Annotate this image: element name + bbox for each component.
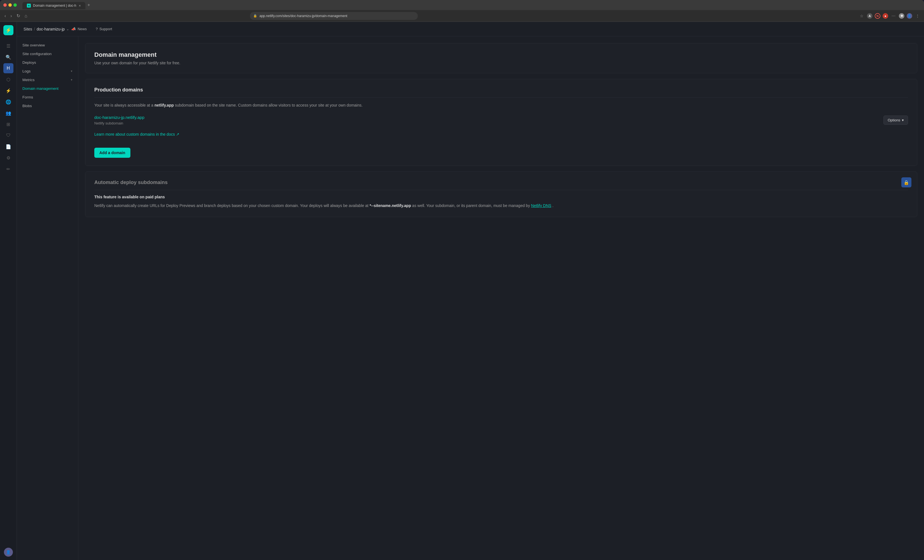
tab-close-icon[interactable]: ✕ (79, 4, 81, 7)
support-button[interactable]: ? Support (93, 26, 114, 32)
breadcrumb-sites[interactable]: Sites (24, 27, 32, 31)
address-bar[interactable]: 🔒 app.netlify.com/sites/doc-haramizu-jp/… (250, 12, 418, 20)
domain-sublabel: Netlify subdomain (94, 121, 123, 125)
dots-icon[interactable]: ⋯ (890, 13, 897, 19)
sidebar-item-logs[interactable]: Logs ▾ (19, 67, 76, 75)
traffic-lights (3, 3, 17, 7)
sidebar-item-label: Logs (22, 69, 30, 73)
options-button[interactable]: Options ▾ (884, 115, 908, 125)
forward-button[interactable]: › (9, 12, 13, 19)
auto-deploy-card: 🔒 Automatic deploy subdomains This featu… (85, 171, 917, 217)
sidebar-item-site-overview[interactable]: Site overview (19, 41, 76, 49)
page-title: Domain management (94, 51, 908, 58)
toolbar-actions: ☆ A N ● ⋯ ⊕ 👤 ⋮ (859, 13, 921, 19)
auto-deploy-title: Automatic deploy subdomains (94, 180, 908, 190)
sidebar-icon-box[interactable]: ⬡ (3, 75, 14, 84)
sidebar-icon-people[interactable]: 👥 (3, 108, 14, 118)
breadcrumb: Sites / doc-haramizu-jp ⌄ (24, 27, 69, 31)
add-domain-button[interactable]: Add a domain (94, 148, 130, 158)
reload-button[interactable]: ↻ (15, 12, 21, 19)
sidebar-item-blobs[interactable]: Blobs (19, 102, 76, 110)
maximize-button[interactable] (14, 3, 17, 7)
netlify-logo[interactable]: ⚡ (3, 25, 14, 35)
sidebar-item-label: Metrics (22, 78, 35, 82)
icon-sidebar: ⚡ ☰ 🔍 H ⬡ ⚡ 🌐 👥 ⊞ 🛡 📄 ⚙ ✏ 👤 (0, 22, 17, 560)
sitename-text: *--sitename.netlify.app (370, 204, 411, 208)
extension2-icon[interactable]: ● (883, 13, 888, 19)
domain-info: doc-haramizu-jp.netlify.app Netlify subd… (94, 115, 144, 125)
active-tab[interactable]: N Domain management | doc-h ✕ (22, 2, 86, 9)
sidebar-icon-menu[interactable]: ☰ (3, 41, 14, 51)
hero-card: Domain management Use your own domain fo… (85, 43, 917, 73)
browser-titlebar: N Domain management | doc-h ✕ + (0, 0, 924, 10)
bookmark-icon[interactable]: ☆ (859, 13, 865, 19)
chevron-down-icon: ▾ (71, 69, 72, 73)
auto-deploy-desc: Netlify can automatically create URLs fo… (94, 202, 908, 209)
production-domains-card: Production domains Your site is always a… (85, 79, 917, 166)
sidebar-item-label: Site configuration (22, 52, 51, 56)
netlify-icon[interactable]: N (875, 13, 880, 19)
netlify-app-text: netlify.app (154, 103, 174, 108)
domain-url-link[interactable]: doc-haramizu-jp.netlify.app (94, 115, 144, 120)
auto-deploy-desc-1: Netlify can automatically create URLs fo… (94, 204, 370, 208)
ext3-icon[interactable]: ⊕ (899, 13, 904, 19)
sidebar-item-deploys[interactable]: Deploys (19, 58, 76, 67)
netlify-dns-link[interactable]: Netlify DNS (531, 204, 551, 208)
sidebar-item-label: Domain management (22, 87, 58, 91)
desc-text-2: subdomain based on the site name. Custom… (175, 103, 363, 108)
sidebar-icon-lightning[interactable]: ⚡ (3, 85, 14, 96)
auto-deploy-desc-end: . (552, 204, 554, 208)
sidebar-icon-layers[interactable]: ⊞ (3, 119, 14, 129)
sidebar-item-domain-management[interactable]: Domain management (19, 84, 76, 93)
learn-more-link[interactable]: Learn more about custom domains in the d… (94, 132, 179, 136)
breadcrumb-site-name[interactable]: doc-haramizu-jp (37, 27, 64, 31)
browser-toolbar: ‹ › ↻ ⌂ 🔒 app.netlify.com/sites/doc-hara… (0, 10, 924, 22)
sidebar-icon-globe[interactable]: 🌐 (3, 97, 14, 107)
sidebar-icon-settings[interactable]: ⚙ (3, 153, 14, 163)
sidebar-nav: Site overview Site configuration Deploys… (17, 41, 78, 110)
news-label: News (78, 27, 87, 31)
main-content: Domain management Use your own domain fo… (78, 36, 924, 560)
tab-title: Domain management | doc-h (33, 4, 76, 7)
menu-icon[interactable]: ⋮ (915, 13, 921, 19)
chevron-down-icon: ▾ (71, 78, 72, 82)
close-button[interactable] (3, 3, 7, 7)
options-chevron-icon: ▾ (902, 118, 904, 122)
auto-deploy-desc-2: as well. Your subdomain, or its parent d… (412, 204, 531, 208)
sidebar-icon-site[interactable]: H (3, 63, 14, 73)
support-label: Support (99, 27, 112, 31)
domain-row: doc-haramizu-jp.netlify.app Netlify subd… (94, 115, 908, 125)
back-button[interactable]: ‹ (3, 12, 7, 19)
security-icon: 🔒 (253, 14, 257, 18)
sidebar-item-label: Blobs (22, 104, 32, 108)
extensions-icon[interactable]: A (867, 13, 873, 19)
profile-icon[interactable]: 👤 (907, 13, 912, 19)
home-button[interactable]: ⌂ (24, 12, 28, 19)
user-avatar[interactable]: 👤 (4, 548, 13, 557)
sidebar-item-metrics[interactable]: Metrics ▾ (19, 75, 76, 84)
options-label: Options (888, 118, 900, 122)
sidebar-item-label: Deploys (22, 60, 36, 64)
sidebar-item-label: Site overview (22, 43, 45, 47)
breadcrumb-dropdown-icon[interactable]: ⌄ (66, 27, 69, 31)
lock-badge: 🔒 (902, 177, 911, 187)
breadcrumb-separator: / (34, 27, 35, 31)
production-domains-desc: Your site is always accessible at a netl… (94, 102, 908, 108)
sidebar-icon-shield[interactable]: 🛡 (3, 130, 14, 141)
sidebar-item-forms[interactable]: Forms (19, 93, 76, 102)
production-domains-title: Production domains (94, 87, 908, 97)
sidebar-icon-search[interactable]: 🔍 (3, 52, 14, 62)
minimize-button[interactable] (8, 3, 12, 7)
new-tab-button[interactable]: + (86, 1, 92, 9)
news-button[interactable]: 📣 News (69, 26, 89, 32)
learn-more-text: Learn more about custom domains in the d… (94, 132, 175, 136)
sidebar-icon-doc[interactable]: 📄 (3, 142, 14, 151)
sidebar-icon-pen[interactable]: ✏ (3, 164, 14, 174)
url-text: app.netlify.com/sites/doc-haramizu-jp/do… (260, 14, 347, 18)
window-control (917, 3, 921, 7)
page-header: Sites / doc-haramizu-jp ⌄ 📣 News ? Suppo… (17, 22, 924, 36)
sidebar-item-site-configuration[interactable]: Site configuration (19, 49, 76, 58)
external-link-icon: ↗ (176, 132, 179, 136)
browser-tabs: N Domain management | doc-h ✕ + (22, 1, 92, 9)
tab-favicon: N (27, 4, 31, 7)
